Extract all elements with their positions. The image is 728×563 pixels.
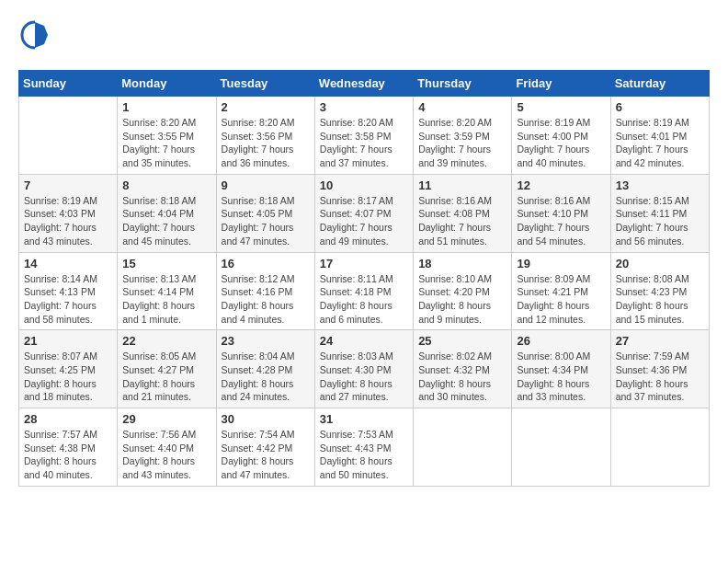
daylight-text: Daylight: 8 hoursand 15 minutes.	[616, 299, 704, 326]
day-number: 27	[616, 334, 704, 348]
sunset-text: Sunset: 3:58 PM	[320, 130, 408, 144]
day-number: 6	[616, 100, 704, 114]
daylight-text: Daylight: 7 hoursand 37 minutes.	[320, 143, 408, 169]
sunrise-text: Sunrise: 8:18 AM	[122, 194, 210, 208]
day-info: Sunrise: 7:57 AMSunset: 4:38 PMDaylight:…	[24, 428, 112, 482]
day-number: 4	[418, 100, 506, 114]
daylight-text: Daylight: 8 hoursand 21 minutes.	[122, 377, 210, 404]
calendar-cell: 24Sunrise: 8:03 AMSunset: 4:30 PMDayligh…	[314, 330, 413, 408]
sunrise-text: Sunrise: 8:16 AM	[418, 194, 506, 208]
day-info: Sunrise: 8:16 AMSunset: 4:10 PMDaylight:…	[517, 194, 605, 248]
calendar-cell: 21Sunrise: 8:07 AMSunset: 4:25 PMDayligh…	[19, 330, 118, 408]
calendar-cell: 8Sunrise: 8:18 AMSunset: 4:04 PMDaylight…	[118, 174, 216, 252]
daylight-text: Daylight: 8 hoursand 33 minutes.	[517, 377, 605, 404]
sunset-text: Sunset: 4:23 PM	[616, 285, 704, 299]
sunset-text: Sunset: 4:30 PM	[320, 363, 408, 377]
daylight-text: Daylight: 7 hoursand 42 minutes.	[616, 143, 704, 169]
sunrise-text: Sunrise: 7:54 AM	[222, 428, 310, 442]
day-info: Sunrise: 7:53 AMSunset: 4:43 PMDaylight:…	[320, 428, 408, 482]
sunset-text: Sunset: 4:38 PM	[24, 442, 112, 455]
sunset-text: Sunset: 4:07 PM	[320, 207, 408, 221]
daylight-text: Daylight: 7 hoursand 35 minutes.	[122, 143, 210, 169]
daylight-text: Daylight: 8 hoursand 4 minutes.	[222, 299, 310, 326]
calendar-cell: 18Sunrise: 8:10 AMSunset: 4:20 PMDayligh…	[414, 252, 512, 330]
sunrise-text: Sunrise: 8:02 AM	[418, 350, 506, 363]
calendar-cell: 20Sunrise: 8:08 AMSunset: 4:23 PMDayligh…	[610, 252, 709, 330]
daylight-text: Daylight: 8 hoursand 9 minutes.	[418, 299, 506, 326]
day-info: Sunrise: 8:19 AMSunset: 4:00 PMDaylight:…	[517, 116, 605, 170]
day-info: Sunrise: 8:10 AMSunset: 4:20 PMDaylight:…	[418, 272, 506, 327]
day-number: 21	[24, 334, 112, 348]
calendar-cell: 13Sunrise: 8:15 AMSunset: 4:11 PMDayligh…	[610, 174, 709, 252]
day-info: Sunrise: 8:13 AMSunset: 4:14 PMDaylight:…	[122, 272, 210, 327]
calendar-cell: 9Sunrise: 8:18 AMSunset: 4:05 PMDaylight…	[216, 174, 314, 252]
sunset-text: Sunset: 4:13 PM	[24, 285, 112, 299]
day-number: 16	[222, 257, 310, 270]
daylight-text: Daylight: 7 hoursand 40 minutes.	[517, 143, 605, 169]
sunset-text: Sunset: 4:43 PM	[320, 442, 408, 455]
day-info: Sunrise: 8:15 AMSunset: 4:11 PMDaylight:…	[616, 194, 704, 248]
day-number: 19	[517, 257, 605, 270]
daylight-text: Daylight: 7 hoursand 51 minutes.	[418, 221, 506, 247]
day-number: 13	[616, 178, 704, 192]
calendar-cell: 5Sunrise: 8:19 AMSunset: 4:00 PMDaylight…	[512, 97, 610, 175]
calendar-cell	[19, 97, 118, 175]
calendar-week-row: 14Sunrise: 8:14 AMSunset: 4:13 PMDayligh…	[19, 252, 710, 330]
day-info: Sunrise: 8:12 AMSunset: 4:16 PMDaylight:…	[222, 272, 310, 327]
weekday-header: Sunday	[19, 71, 118, 97]
day-info: Sunrise: 8:20 AMSunset: 3:55 PMDaylight:…	[122, 116, 210, 170]
weekday-header: Monday	[118, 71, 216, 97]
calendar-cell: 12Sunrise: 8:16 AMSunset: 4:10 PMDayligh…	[512, 174, 610, 252]
sunrise-text: Sunrise: 8:00 AM	[517, 350, 605, 363]
day-number: 10	[320, 178, 408, 192]
sunset-text: Sunset: 3:55 PM	[122, 130, 210, 144]
day-info: Sunrise: 8:07 AMSunset: 4:25 PMDaylight:…	[24, 350, 112, 404]
calendar-table: SundayMondayTuesdayWednesdayThursdayFrid…	[18, 70, 710, 487]
day-info: Sunrise: 8:18 AMSunset: 4:05 PMDaylight:…	[222, 194, 310, 248]
day-number: 25	[418, 334, 506, 348]
daylight-text: Daylight: 7 hoursand 54 minutes.	[517, 221, 605, 247]
sunrise-text: Sunrise: 8:18 AM	[222, 194, 310, 208]
sunrise-text: Sunrise: 8:20 AM	[418, 116, 506, 130]
daylight-text: Daylight: 8 hoursand 47 minutes.	[222, 454, 310, 481]
day-number: 7	[24, 178, 112, 192]
day-info: Sunrise: 8:11 AMSunset: 4:18 PMDaylight:…	[320, 272, 408, 327]
day-number: 1	[122, 100, 210, 114]
logo	[18, 18, 55, 55]
sunrise-text: Sunrise: 8:03 AM	[320, 350, 408, 363]
day-number: 23	[222, 334, 310, 348]
sunset-text: Sunset: 4:08 PM	[418, 207, 506, 221]
daylight-text: Daylight: 8 hoursand 18 minutes.	[24, 377, 112, 404]
daylight-text: Daylight: 7 hoursand 49 minutes.	[320, 221, 408, 247]
day-info: Sunrise: 8:14 AMSunset: 4:13 PMDaylight:…	[24, 272, 112, 327]
calendar-cell: 28Sunrise: 7:57 AMSunset: 4:38 PMDayligh…	[19, 408, 118, 487]
weekday-header: Tuesday	[216, 71, 314, 97]
calendar-cell: 14Sunrise: 8:14 AMSunset: 4:13 PMDayligh…	[19, 252, 118, 330]
sunrise-text: Sunrise: 8:20 AM	[122, 116, 210, 130]
sunrise-text: Sunrise: 8:09 AM	[517, 272, 605, 286]
sunrise-text: Sunrise: 8:19 AM	[616, 116, 704, 130]
sunset-text: Sunset: 4:40 PM	[122, 442, 210, 455]
calendar-week-row: 28Sunrise: 7:57 AMSunset: 4:38 PMDayligh…	[19, 408, 710, 487]
daylight-text: Daylight: 7 hoursand 47 minutes.	[222, 221, 310, 247]
sunset-text: Sunset: 4:18 PM	[320, 285, 408, 299]
calendar-cell: 4Sunrise: 8:20 AMSunset: 3:59 PMDaylight…	[414, 97, 512, 175]
day-info: Sunrise: 8:20 AMSunset: 3:58 PMDaylight:…	[320, 116, 408, 170]
daylight-text: Daylight: 8 hoursand 6 minutes.	[320, 299, 408, 326]
day-number: 18	[418, 257, 506, 270]
sunrise-text: Sunrise: 7:53 AM	[320, 428, 408, 442]
day-info: Sunrise: 8:00 AMSunset: 4:34 PMDaylight:…	[517, 350, 605, 404]
daylight-text: Daylight: 8 hoursand 27 minutes.	[320, 377, 408, 404]
calendar-cell: 29Sunrise: 7:56 AMSunset: 4:40 PMDayligh…	[118, 408, 216, 487]
calendar-cell: 2Sunrise: 8:20 AMSunset: 3:56 PMDaylight…	[216, 97, 314, 175]
sunset-text: Sunset: 4:10 PM	[517, 207, 605, 221]
sunrise-text: Sunrise: 7:56 AM	[122, 428, 210, 442]
sunset-text: Sunset: 4:21 PM	[517, 285, 605, 299]
day-number: 12	[517, 178, 605, 192]
day-number: 9	[222, 178, 310, 192]
daylight-text: Daylight: 8 hoursand 40 minutes.	[24, 454, 112, 481]
daylight-text: Daylight: 8 hoursand 50 minutes.	[320, 454, 408, 481]
daylight-text: Daylight: 7 hoursand 39 minutes.	[418, 143, 506, 169]
day-number: 24	[320, 334, 408, 348]
daylight-text: Daylight: 7 hoursand 43 minutes.	[24, 221, 112, 247]
